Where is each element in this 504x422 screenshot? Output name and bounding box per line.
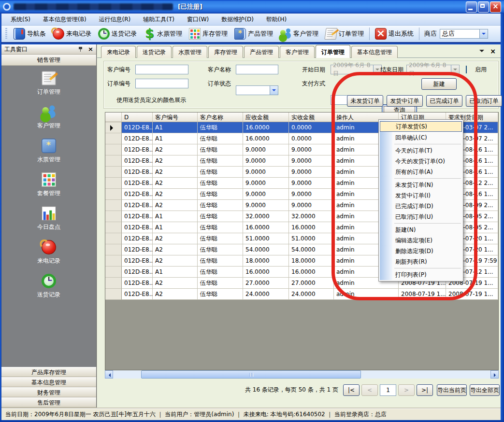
tool-window-close-icon[interactable]: × [88,46,93,52]
scrollbar-thumb[interactable] [141,370,361,379]
row-selector-cell[interactable] [105,155,122,167]
table-column-header[interactable]: 应收金额 [243,113,289,122]
tab-list-dropdown-icon[interactable] [479,50,484,55]
row-selector-cell[interactable] [105,178,122,189]
row-selector-cell[interactable] [105,200,122,211]
shop-select[interactable]: 总店 [440,29,488,39]
status-filter-button[interactable]: 发货中订单 [387,95,423,107]
status-filter-button[interactable]: 未发货订单 [347,95,383,107]
sidebar-group-sales[interactable]: 销售管理 [1,55,96,66]
sidebar-group-button[interactable]: 基本信息管理 [1,377,96,387]
next-page-button[interactable]: > [398,384,415,396]
menu-item[interactable]: 帮助(H) [260,14,293,25]
end-date-picker[interactable]: 2009年 6月 8日 [406,65,460,74]
tab[interactable]: 基本信息管理 [351,46,398,58]
page-number-input[interactable]: 1 [380,384,396,396]
row-selector-cell[interactable] [105,189,122,200]
tab[interactable]: 来电记录 [101,46,136,58]
context-menu-item[interactable]: 刷新列表(R) [380,256,462,267]
row-selector-cell[interactable] [105,167,122,178]
sidebar-group-button[interactable]: 产品库存管理 [1,367,96,377]
context-menu-item[interactable]: 所有的订单(A) [380,167,462,177]
menu-item[interactable]: 系统(S) [4,14,37,25]
menu-item[interactable]: 基本信息管理(B) [37,14,93,25]
row-selector-cell[interactable] [105,278,122,289]
context-menu-item[interactable]: 编辑选定项(E) [380,235,462,246]
context-menu-item[interactable]: 打印列表(P) [380,269,462,280]
exit-system-button[interactable]: 退出系统 [372,27,417,41]
context-menu-item[interactable]: 已完成订单(D) [380,201,462,211]
tab[interactable]: 水票管理 [173,46,207,58]
start-date-picker[interactable]: 2009年 6月 8日 [331,65,382,74]
table-column-header[interactable]: D [122,113,153,122]
menu-item[interactable]: 窗口(W) [181,14,215,25]
row-selector-cell[interactable] [105,222,122,233]
context-menu-item[interactable]: 今天的发货订单(O) [380,156,462,167]
new-button[interactable]: 新建 [421,78,457,90]
table-column-header[interactable]: 实收金额 [289,113,334,122]
horizontal-scrollbar[interactable] [105,370,499,379]
tab[interactable]: 客户管理 [280,46,315,58]
row-selector-cell[interactable] [105,133,122,144]
tab-close-icon[interactable]: × [490,49,496,54]
sidebar-item[interactable]: 订单管理 [37,72,60,96]
pin-icon[interactable] [78,46,83,52]
row-selector-cell[interactable] [105,233,122,244]
customer-no-input[interactable] [135,65,188,74]
tab[interactable]: 订单管理 [316,45,350,58]
sidebar-group-button[interactable]: 售后管理 [1,397,96,408]
sidebar-item[interactable]: 今日盘点 [37,208,60,231]
row-selector-cell[interactable] [105,144,122,155]
menu-item[interactable]: 运行信息(R) [93,14,137,25]
tab[interactable]: 送货记录 [137,46,172,58]
enable-checkbox[interactable] [466,66,467,73]
maximize-button[interactable] [478,1,489,13]
status-filter-button[interactable]: 已取消订单 [466,95,502,107]
context-menu-item[interactable]: 今天的订单(T) [380,145,462,156]
order-no-input[interactable] [135,79,188,88]
tab[interactable]: 产品管理 [244,46,279,58]
sidebar-item[interactable]: 套餐管理 [37,174,60,197]
close-button[interactable] [490,1,501,13]
sidebar-group-button[interactable]: 财务管理 [1,387,96,397]
toolbar-button[interactable]: 库存管理 [186,27,231,41]
row-selector-cell[interactable] [105,289,122,300]
chevron-down-icon[interactable] [270,86,278,95]
table-column-header[interactable]: 客户名称 [198,113,243,122]
scroll-right-icon[interactable] [490,370,499,379]
table-row[interactable]: 012D-E8... A2 伍华聪 24.0000 24.0000 admin … [105,289,498,300]
toolbar-button[interactable]: 水票管理 [140,27,186,41]
menu-item[interactable]: 数据维护(D) [215,14,260,25]
toolbar-button[interactable]: 送货记录 [95,27,140,41]
tab[interactable]: 库存管理 [208,46,243,58]
row-selector-cell[interactable] [105,244,122,255]
first-page-button[interactable]: |< [343,384,360,396]
status-filter-button[interactable]: 已完成订单 [426,95,462,107]
toolbar-button[interactable]: 导航条 [10,27,49,41]
sidebar-item[interactable]: 来电记录 [37,241,60,265]
export-all-pages-button[interactable]: 导出全部页 [470,384,500,396]
context-menu-item[interactable]: 订单发货(S) [380,121,462,132]
row-selector-cell[interactable] [105,211,122,222]
context-menu-item[interactable]: 发货中订单(I) [380,190,462,201]
order-status-select[interactable] [236,85,278,95]
table-column-header[interactable]: 客户编号 [153,113,198,122]
last-page-button[interactable]: >| [417,384,433,396]
sidebar-item[interactable]: 送货记录 [37,275,60,299]
context-menu-item[interactable]: 已取消订单(U) [380,211,462,222]
toolbar-button[interactable]: 客户管理 [276,27,322,41]
export-current-page-button[interactable]: 导出当前页 [437,384,467,396]
minimize-button[interactable] [466,1,477,13]
toolbar-button[interactable]: 来电记录 [49,27,95,41]
context-menu-item[interactable]: 未发货订单(N) [380,180,462,190]
scroll-left-icon[interactable] [105,370,113,379]
context-menu-item[interactable]: 删除选定项(D) [380,246,462,256]
row-selector-cell[interactable] [105,255,122,267]
row-selector-cell[interactable] [105,267,122,278]
toolbar-button[interactable]: 产品管理 [231,27,276,41]
scrollbar-track[interactable] [113,370,490,379]
sidebar-item[interactable]: 客户管理 [37,106,60,130]
prev-page-button[interactable]: < [361,384,378,396]
chevron-down-icon[interactable] [451,65,459,74]
customer-name-input[interactable] [236,65,278,74]
